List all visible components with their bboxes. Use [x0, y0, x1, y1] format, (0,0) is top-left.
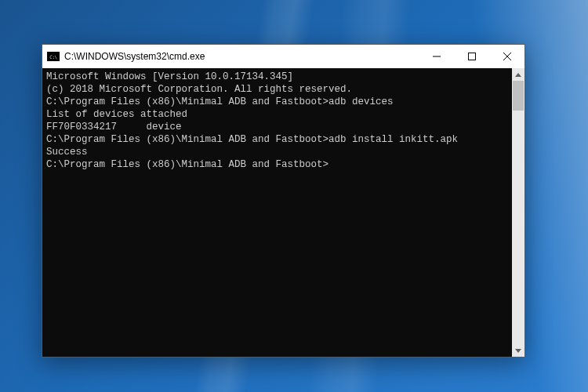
device-row: FF70F0334217 device [46, 121, 508, 133]
device-status: device [147, 122, 182, 132]
minimize-icon [433, 53, 441, 60]
copyright-line: (c) 2018 Microsoft Corporation. All righ… [46, 83, 508, 96]
window-title: C:\WINDOWS\system32\cmd.exe [64, 51, 419, 62]
version-line: Microsoft Windows [Version 10.0.17134.34… [46, 71, 508, 83]
console-output[interactable]: Microsoft Windows [Version 10.0.17134.34… [42, 68, 512, 357]
prompt-line-3: C:\Program Files (x86)\Minimal ADB and F… [46, 158, 508, 171]
scroll-thumb[interactable] [513, 81, 524, 111]
prompt-path: C:\Program Files (x86)\Minimal ADB and F… [46, 96, 328, 107]
prompt-path: C:\Program Files (x86)\Minimal ADB and F… [46, 159, 328, 170]
cmd-icon-text: C:\ [49, 54, 56, 60]
svg-rect-1 [468, 53, 475, 60]
scroll-track[interactable] [512, 81, 524, 344]
scroll-down-arrow-icon[interactable] [512, 344, 524, 357]
command-text: adb devices [328, 96, 394, 107]
maximize-button[interactable] [454, 45, 489, 68]
prompt-line-2: C:\Program Files (x86)\Minimal ADB and F… [46, 133, 508, 146]
command-text: adb install inkitt.apk [328, 134, 458, 145]
minimize-button[interactable] [419, 45, 454, 68]
devices-header: List of devices attached [46, 108, 508, 121]
cmd-window: C:\ C:\WINDOWS\system32\cmd.exe Microsof… [42, 44, 525, 358]
device-id: FF70F0334217 [46, 122, 117, 132]
vertical-scrollbar[interactable] [512, 68, 524, 357]
scroll-up-arrow-icon[interactable] [512, 68, 524, 81]
close-button[interactable] [489, 45, 524, 68]
result-line: Success [46, 146, 508, 158]
cmd-icon: C:\ [47, 52, 60, 61]
prompt-line-1: C:\Program Files (x86)\Minimal ADB and F… [46, 96, 508, 108]
window-controls [419, 45, 524, 68]
prompt-path: C:\Program Files (x86)\Minimal ADB and F… [46, 134, 328, 145]
titlebar[interactable]: C:\ C:\WINDOWS\system32\cmd.exe [42, 45, 524, 68]
maximize-icon [468, 53, 476, 60]
close-icon [503, 53, 511, 60]
console-area: Microsoft Windows [Version 10.0.17134.34… [42, 68, 524, 357]
